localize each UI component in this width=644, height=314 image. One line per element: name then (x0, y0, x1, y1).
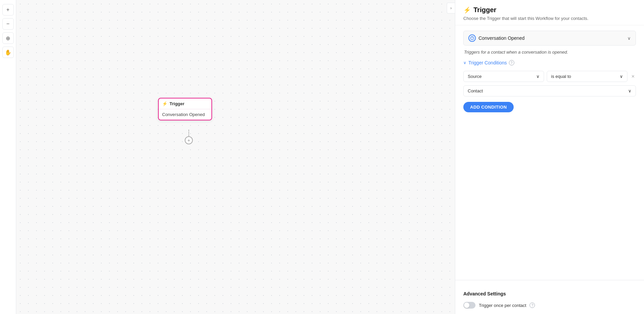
remove-icon: × (632, 74, 635, 79)
plus-icon: + (6, 7, 9, 13)
svg-point-2 (472, 39, 472, 39)
trigger-type-chevron: ∨ (627, 36, 631, 41)
trigger-node-title: Trigger (170, 101, 184, 106)
trigger-type-dropdown[interactable]: Conversation Opened ∨ (463, 31, 636, 46)
node-connector: + (185, 130, 193, 144)
hand-icon: ✋ (5, 49, 11, 56)
condition-row-source: Source ∨ is equal to ∨ × (463, 71, 636, 82)
operator-label: is equal to (551, 74, 571, 79)
connector-line (188, 130, 189, 136)
add-node-button[interactable]: + (2, 4, 14, 16)
right-panel: ⚡ Trigger Choose the Trigger that will s… (455, 0, 644, 314)
source-label: Source (468, 74, 482, 79)
panel-header: ⚡ Trigger Choose the Trigger that will s… (455, 0, 644, 25)
trigger-once-help-icon[interactable]: ? (530, 303, 535, 308)
add-condition-button[interactable]: ADD CONDITION (463, 102, 514, 112)
trigger-description: Triggers for a contact when a conversati… (463, 50, 636, 55)
operator-dropdown[interactable]: is equal to ∨ (547, 71, 627, 82)
panel-bolt-icon: ⚡ (463, 6, 471, 14)
panel-title-text: Trigger (473, 6, 496, 14)
trigger-type-label: Conversation Opened (479, 35, 524, 41)
trigger-node-content: Conversation Opened (162, 112, 205, 117)
crosshair-icon: ⊕ (6, 35, 10, 41)
plus-circle-icon: + (187, 138, 190, 143)
add-step-button[interactable]: + (185, 136, 193, 144)
zoom-out-button[interactable]: − (2, 18, 14, 30)
conditions-toggle-label: Trigger Conditions (468, 60, 507, 65)
workflow-canvas: › ⚡ Trigger Conversation Opened + (16, 0, 455, 314)
panel-title: ⚡ Trigger (463, 6, 636, 14)
advanced-settings: Advanced Settings Trigger once per conta… (455, 286, 644, 314)
fit-view-button[interactable]: ⊕ (2, 32, 14, 44)
pan-button[interactable]: ✋ (2, 47, 14, 58)
contact-label: Contact (468, 88, 483, 93)
chevron-right-icon: › (450, 6, 452, 10)
trigger-select-left: Conversation Opened (468, 34, 524, 42)
trigger-once-label: Trigger once per contact (479, 303, 526, 308)
trigger-node-header: ⚡ Trigger (159, 98, 211, 109)
contact-chevron-icon: ∨ (628, 88, 632, 93)
panel-subtitle: Choose the Trigger that will start this … (463, 16, 636, 21)
trigger-type-icon (468, 34, 476, 42)
conditions-chevron-icon: ∨ (463, 60, 466, 65)
source-chevron-icon: ∨ (536, 74, 540, 79)
minus-icon: − (6, 21, 9, 27)
trigger-node[interactable]: ⚡ Trigger Conversation Opened (158, 98, 212, 120)
panel-divider (455, 280, 644, 280)
conditions-toggle[interactable]: ∨ Trigger Conditions ? (463, 60, 636, 65)
trigger-node-body: Conversation Opened (159, 109, 211, 120)
trigger-once-row: Trigger once per contact ? (463, 302, 636, 309)
bolt-icon: ⚡ (162, 101, 168, 106)
source-dropdown[interactable]: Source ∨ (463, 71, 544, 82)
remove-condition-button[interactable]: × (630, 72, 636, 81)
operator-chevron-icon: ∨ (620, 74, 623, 79)
trigger-once-toggle[interactable] (463, 302, 475, 309)
advanced-settings-title: Advanced Settings (463, 291, 636, 296)
panel-body: Conversation Opened ∨ Triggers for a con… (455, 25, 644, 280)
collapse-panel-button[interactable]: › (447, 3, 455, 13)
left-toolbar: + − ⊕ ✋ (0, 0, 16, 314)
conditions-help-icon[interactable]: ? (509, 60, 514, 65)
contact-dropdown[interactable]: Contact ∨ (463, 85, 636, 96)
